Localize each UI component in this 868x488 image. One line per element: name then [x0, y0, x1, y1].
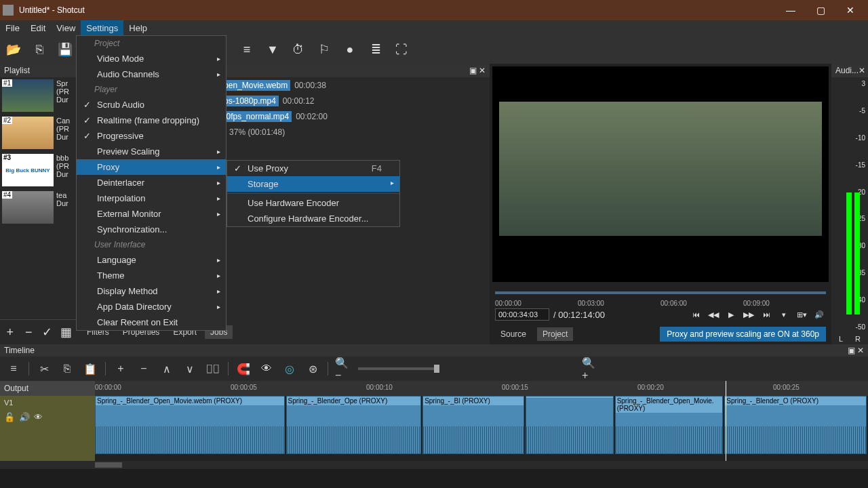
hide-icon[interactable]: 👁 [34, 412, 43, 422]
menu-synchronization[interactable]: Synchronization... [77, 222, 226, 237]
close-panel-icon[interactable]: ✕ [859, 66, 865, 75]
maximize-button[interactable]: ▢ [806, 0, 835, 20]
menu-icon[interactable]: ≡ [5, 361, 22, 377]
timeline-clip[interactable]: Spring_-_Blender_Ope (PROXY) [286, 396, 422, 454]
check-icon[interactable]: ✓ [40, 323, 55, 342]
timeline-toolbar: ≡ ✂ ⎘ 📋 + − ∧ ∨ ⌷⌷ 🧲 👁 ◎ ⊛ 🔍− 🔍+ [0, 357, 868, 381]
cut-icon[interactable]: ✂ [36, 361, 52, 377]
timeline-ruler[interactable]: 00:00:00 00:00:05 00:00:10 00:00:15 00:0… [95, 381, 868, 396]
split-icon[interactable]: ⌷⌷ [205, 361, 221, 377]
menu-edit[interactable]: Edit [25, 20, 51, 35]
menu-language[interactable]: Language▸ [77, 252, 226, 268]
grid-icon[interactable]: ⊞▾ [795, 308, 808, 321]
timeline-clip[interactable]: Spring_-_Blender_O (PROXY) [724, 396, 867, 454]
lock-icon[interactable]: 🔓 [4, 412, 15, 422]
menu-deinterlacer[interactable]: Deinterlacer▸ [77, 175, 226, 190]
snap-icon[interactable]: 🧲 [235, 361, 252, 377]
timeline-title: Timeline [4, 346, 35, 355]
timer-icon[interactable]: ⏱ [289, 40, 308, 59]
ripple-icon[interactable]: ◎ [281, 361, 298, 377]
filter-icon[interactable]: ▼ [263, 40, 282, 59]
zoom-icon[interactable]: ▾ [777, 308, 791, 321]
menu-app-data[interactable]: App Data Directory▸ [77, 299, 226, 314]
menu-proxy[interactable]: Proxy▸ [77, 159, 226, 175]
close-button[interactable]: ✕ [835, 0, 865, 20]
minimize-button[interactable]: — [776, 0, 806, 20]
track-label[interactable]: V1 [0, 396, 95, 409]
preview-ruler[interactable]: 00:00:00 00:03:00 00:06:00 00:09:00 [495, 285, 826, 305]
menu-file[interactable]: File [0, 20, 25, 35]
add-icon[interactable]: + [3, 323, 18, 342]
list-icon[interactable]: ≡ [237, 40, 256, 59]
forward-icon[interactable]: ▶▶ [742, 308, 755, 321]
rewind-icon[interactable]: ◀◀ [707, 308, 720, 321]
tab-source[interactable]: Source [495, 327, 532, 341]
zoom-out-icon[interactable]: 🔍− [335, 361, 351, 377]
menu-progressive[interactable]: ✓Progressive [77, 128, 226, 144]
playlist-item[interactable]: #4 teaDur [0, 189, 76, 226]
menu-interpolation[interactable]: Interpolation▸ [77, 190, 226, 206]
timeline-clip[interactable]: Spring_-_Blender_Open_Movie.webm (PROXY) [95, 396, 285, 454]
scrub-icon[interactable]: 👁 [258, 361, 275, 377]
open-icon[interactable]: 📂 [4, 40, 23, 59]
marker-icon[interactable]: ⚐ [315, 40, 334, 59]
menu-scrub-audio[interactable]: ✓Scrub Audio [77, 97, 226, 113]
append-icon[interactable]: ⎘ [30, 40, 49, 59]
paste-icon[interactable]: 📋 [82, 361, 98, 377]
timeline-clip[interactable] [526, 396, 614, 454]
total-time: / 00:12:14:00 [553, 310, 605, 320]
stack-icon[interactable]: ≣ [366, 40, 385, 59]
remove-icon[interactable]: − [136, 361, 152, 377]
ripple-all-icon[interactable]: ⊛ [304, 361, 321, 377]
zoom-slider[interactable] [358, 367, 439, 370]
zoom-in-icon[interactable]: 🔍+ [582, 361, 598, 377]
undock-icon[interactable]: ▣ [848, 346, 855, 355]
undock-icon[interactable]: ▣ [469, 66, 477, 75]
skip-end-icon[interactable]: ⏭ [760, 308, 773, 321]
video-preview[interactable] [492, 66, 829, 282]
close-panel-icon[interactable]: ✕ [857, 346, 864, 355]
tab-project[interactable]: Project [537, 327, 573, 341]
playlist-title: Playlist [4, 66, 30, 75]
preview-panel: 00:00:00 00:03:00 00:06:00 00:09:00 / 00… [490, 64, 831, 344]
menu-audio-channels[interactable]: Audio Channels▸ [77, 66, 226, 82]
menu-view[interactable]: View [51, 20, 81, 35]
menu-display-method[interactable]: Display Method▸ [77, 283, 226, 299]
save-icon[interactable]: 💾 [56, 40, 75, 59]
timeline-scrollbar[interactable] [0, 461, 868, 469]
menu-video-mode[interactable]: Video Mode▸ [77, 51, 226, 66]
meter-left [846, 192, 852, 314]
menu-theme[interactable]: Theme▸ [77, 268, 226, 283]
menu-external-monitor[interactable]: External Monitor▸ [77, 206, 226, 222]
menu-config-hw-encoder[interactable]: Configure Hardware Encoder... [227, 211, 399, 226]
volume-icon[interactable]: 🔊 [812, 308, 826, 321]
menu-storage[interactable]: Storage▸ [227, 176, 399, 192]
playlist-item[interactable]: #3Big Buck BUNNY bbb(PRDur [0, 152, 76, 189]
play-icon[interactable]: ▶ [724, 308, 738, 321]
remove-icon[interactable]: − [22, 323, 37, 342]
menu-settings[interactable]: Settings [81, 20, 123, 35]
skip-start-icon[interactable]: ⏮ [689, 308, 703, 321]
overwrite-icon[interactable]: ∨ [182, 361, 198, 377]
playlist-item[interactable]: #1 Spr(PRDur [0, 77, 76, 115]
close-panel-icon[interactable]: ✕ [479, 66, 486, 75]
record-icon[interactable]: ● [340, 40, 359, 59]
mute-icon[interactable]: 🔊 [19, 412, 30, 422]
menu-clear-recent[interactable]: Clear Recent on Exit [77, 314, 226, 330]
copy-icon[interactable]: ⎘ [59, 361, 75, 377]
playlist-item[interactable]: #2 Can(PRDur [0, 115, 76, 152]
menu-use-proxy[interactable]: ✓Use ProxyF4 [227, 161, 399, 176]
playhead[interactable] [726, 381, 726, 461]
lift-icon[interactable]: ∧ [159, 361, 175, 377]
append-icon[interactable]: + [113, 361, 129, 377]
grid-icon[interactable]: ▦ [59, 323, 74, 342]
fullscreen-icon[interactable]: ⛶ [392, 40, 411, 59]
timeline-clip[interactable]: Spring_-_Bl (PROXY) [422, 396, 524, 454]
proxy-submenu: ✓Use ProxyF4 Storage▸ Use Hardware Encod… [226, 160, 400, 227]
timeline-clip[interactable]: Spring_-_Blender_Open_Movie. (PROXY) [615, 396, 724, 454]
menu-preview-scaling[interactable]: Preview Scaling▸ [77, 144, 226, 159]
menu-realtime[interactable]: ✓Realtime (frame dropping) [77, 113, 226, 128]
menu-use-hw-encoder[interactable]: Use Hardware Encoder [227, 195, 399, 211]
current-time-input[interactable] [495, 308, 549, 321]
menu-help[interactable]: Help [123, 20, 153, 35]
